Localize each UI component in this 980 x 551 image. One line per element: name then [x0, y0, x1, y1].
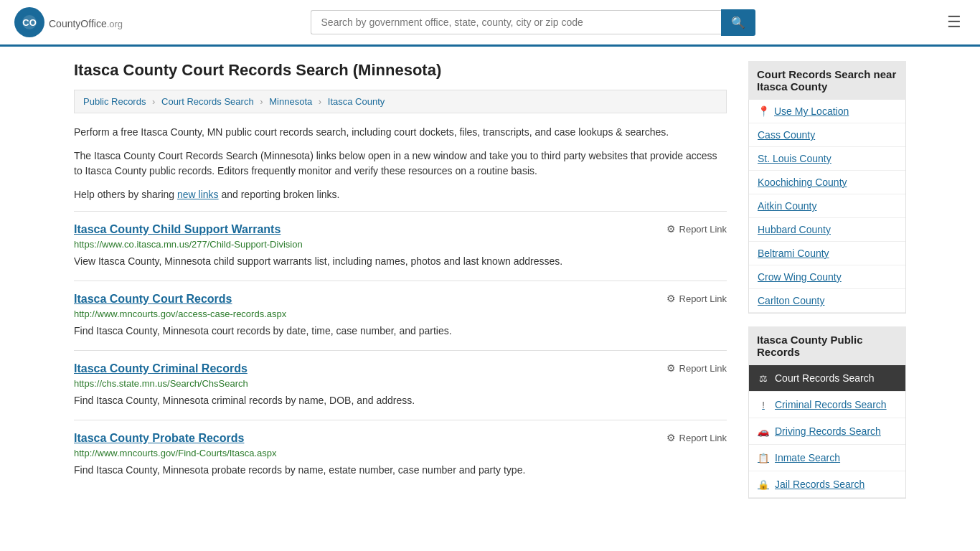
- result-header: Itasca County Court Records ⚙ Report Lin…: [74, 293, 727, 306]
- report-link-1[interactable]: ⚙ Report Link: [666, 293, 727, 304]
- result-desc-0: View Itasca County, Minnesota child supp…: [74, 254, 727, 269]
- hamburger-menu-icon[interactable]: ☰: [943, 9, 966, 36]
- search-area: 🔍: [311, 9, 755, 36]
- svg-text:CO: CO: [22, 17, 37, 28]
- result-header: Itasca County Probate Records ⚙ Report L…: [74, 432, 727, 445]
- logo-suffix: .org: [107, 19, 123, 29]
- results-list: Itasca County Child Support Warrants ⚙ R…: [74, 211, 727, 489]
- nearby-link-item: Cass County: [749, 123, 905, 147]
- result-item: Itasca County Child Support Warrants ⚙ R…: [74, 211, 727, 281]
- pin-icon: 📍: [758, 105, 770, 117]
- nearby-link-3[interactable]: Aitkin County: [758, 200, 816, 212]
- nearby-links-list: 📍 Use My Location Cass CountySt. Louis C…: [748, 100, 906, 314]
- nearby-link-5[interactable]: Beltrami County: [758, 248, 829, 259]
- content-area: Itasca County Court Records Search (Minn…: [74, 61, 727, 499]
- use-location-item: 📍 Use My Location: [749, 100, 905, 123]
- sidebar: Court Records Search near Itasca County …: [748, 61, 906, 499]
- result-title[interactable]: Itasca County Probate Records: [74, 432, 244, 445]
- nav-link-3[interactable]: 📋 Inmate Search: [749, 445, 905, 471]
- result-header: Itasca County Child Support Warrants ⚙ R…: [74, 223, 727, 236]
- nav-icon-1: !: [758, 400, 769, 410]
- nearby-link-item: Crow Wing County: [749, 265, 905, 289]
- result-title[interactable]: Itasca County Criminal Records: [74, 362, 248, 375]
- breadcrumb-sep-2: ›: [260, 96, 263, 107]
- public-records-section-title: Itasca County Public Records: [748, 326, 906, 365]
- nearby-link-2[interactable]: Koochiching County: [758, 176, 847, 188]
- result-desc-1: Find Itasca County, Minnesota court reco…: [74, 324, 727, 339]
- breadcrumb: Public Records › Court Records Search › …: [74, 90, 727, 113]
- breadcrumb-minnesota[interactable]: Minnesota: [269, 96, 312, 107]
- desc3-suffix: and reporting broken links.: [219, 189, 340, 200]
- nearby-link-0[interactable]: Cass County: [758, 129, 815, 141]
- nav-item-2[interactable]: 🚗 Driving Records Search: [749, 418, 905, 445]
- result-url-1[interactable]: http://www.mncourts.gov/access-case-reco…: [74, 309, 727, 319]
- nav-item-3[interactable]: 📋 Inmate Search: [749, 445, 905, 471]
- nav-label-4: Jail Records Search: [775, 479, 864, 490]
- report-icon-1: ⚙: [666, 293, 676, 304]
- report-link-0[interactable]: ⚙ Report Link: [666, 223, 727, 235]
- nearby-link-1[interactable]: St. Louis County: [758, 153, 831, 164]
- report-link-2[interactable]: ⚙ Report Link: [666, 362, 727, 374]
- new-links-link[interactable]: new links: [177, 189, 219, 200]
- result-title[interactable]: Itasca County Court Records: [74, 293, 232, 306]
- nav-item-1[interactable]: ! Criminal Records Search: [749, 392, 905, 418]
- nearby-link-item: St. Louis County: [749, 147, 905, 171]
- page-title: Itasca County Court Records Search (Minn…: [74, 61, 727, 80]
- desc3-prefix: Help others by sharing: [74, 189, 177, 200]
- logo-name: CountyOffice: [49, 18, 107, 29]
- nearby-link-item: Beltrami County: [749, 242, 905, 265]
- nav-icon-3: 📋: [758, 453, 769, 463]
- result-item: Itasca County Criminal Records ⚙ Report …: [74, 350, 727, 420]
- logo-area: CO CountyOffice.org: [14, 7, 123, 37]
- nav-link-2[interactable]: 🚗 Driving Records Search: [749, 418, 905, 444]
- nav-label-2: Driving Records Search: [775, 425, 881, 437]
- report-link-3[interactable]: ⚙ Report Link: [666, 432, 727, 443]
- nav-link-0[interactable]: ⚖ Court Records Search: [749, 365, 905, 391]
- nearby-section-title: Court Records Search near Itasca County: [748, 61, 906, 100]
- use-location-link[interactable]: Use My Location: [774, 105, 849, 117]
- nearby-link-7[interactable]: Carlton County: [758, 295, 824, 306]
- result-url-0[interactable]: https://www.co.itasca.mn.us/277/Child-Su…: [74, 239, 727, 250]
- nav-label-0: Court Records Search: [775, 372, 875, 384]
- result-header: Itasca County Criminal Records ⚙ Report …: [74, 362, 727, 375]
- breadcrumb-sep-3: ›: [319, 96, 321, 107]
- nav-icon-4: 🔒: [758, 479, 769, 490]
- report-icon-0: ⚙: [666, 223, 676, 235]
- desc-para-1: Perform a free Itasca County, MN public …: [74, 125, 727, 140]
- nearby-link-item: Hubbard County: [749, 218, 905, 242]
- nav-icon-2: 🚗: [758, 426, 769, 437]
- breadcrumb-itasca[interactable]: Itasca County: [328, 96, 385, 107]
- desc-para-3: Help others by sharing new links and rep…: [74, 187, 727, 202]
- nearby-link-4[interactable]: Hubbard County: [758, 224, 831, 235]
- breadcrumb-court-records[interactable]: Court Records Search: [161, 96, 254, 107]
- result-desc-2: Find Itasca County, Minnesota criminal r…: [74, 393, 727, 408]
- nearby-link-item: Koochiching County: [749, 171, 905, 194]
- result-desc-3: Find Itasca County, Minnesota probate re…: [74, 463, 727, 478]
- search-input[interactable]: [311, 10, 721, 34]
- nearby-link-6[interactable]: Crow Wing County: [758, 271, 842, 283]
- logo-text: CountyOffice.org: [49, 14, 123, 31]
- main-container: Itasca County Court Records Search (Minn…: [60, 47, 920, 513]
- result-item: Itasca County Probate Records ⚙ Report L…: [74, 420, 727, 489]
- desc-para-2: The Itasca County Court Records Search (…: [74, 149, 727, 179]
- nav-label-1: Criminal Records Search: [775, 399, 887, 410]
- nearby-link-item: Aitkin County: [749, 194, 905, 218]
- result-item: Itasca County Court Records ⚙ Report Lin…: [74, 281, 727, 350]
- nav-label-3: Inmate Search: [775, 452, 840, 463]
- nav-icon-0: ⚖: [758, 373, 769, 384]
- breadcrumb-sep-1: ›: [152, 96, 155, 107]
- public-records-nav-list: ⚖ Court Records Search ! Criminal Record…: [748, 365, 906, 499]
- logo-icon: CO: [14, 7, 44, 37]
- result-url-2[interactable]: https://chs.state.mn.us/Search/ChsSearch: [74, 378, 727, 389]
- breadcrumb-public-records[interactable]: Public Records: [83, 96, 146, 107]
- result-title[interactable]: Itasca County Child Support Warrants: [74, 223, 281, 236]
- nav-item-4[interactable]: 🔒 Jail Records Search: [749, 471, 905, 498]
- result-url-3[interactable]: http://www.mncourts.gov/Find-Courts/Itas…: [74, 448, 727, 458]
- nav-link-1[interactable]: ! Criminal Records Search: [749, 392, 905, 418]
- nav-link-4[interactable]: 🔒 Jail Records Search: [749, 471, 905, 497]
- report-icon-3: ⚙: [666, 432, 676, 443]
- site-header: CO CountyOffice.org 🔍 ☰: [0, 0, 980, 47]
- nav-item-0[interactable]: ⚖ Court Records Search: [749, 365, 905, 392]
- nearby-link-item: Carlton County: [749, 289, 905, 313]
- search-button[interactable]: 🔍: [721, 9, 755, 36]
